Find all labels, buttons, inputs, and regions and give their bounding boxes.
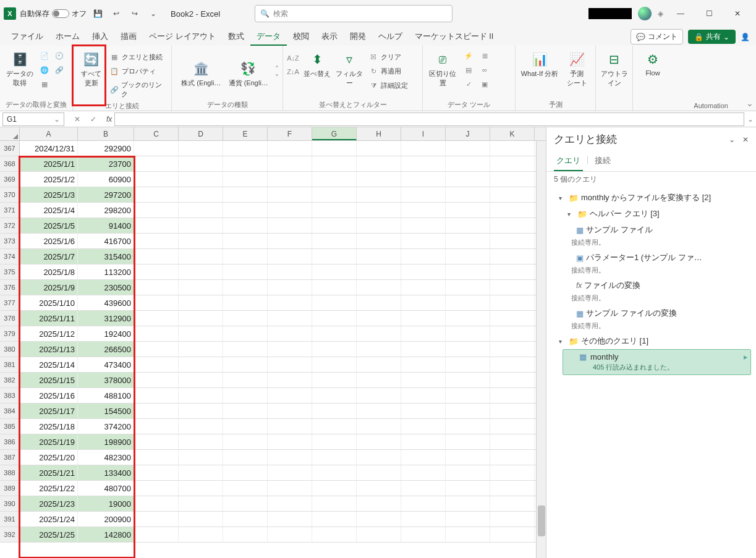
outline-button[interactable]: ⊟ アウトラ イン (600, 48, 629, 90)
account-icon[interactable]: 👤 (741, 33, 750, 41)
cell-date[interactable]: 2025/1/12 (20, 326, 78, 341)
datatype-up-icon[interactable]: ˄ (275, 65, 279, 74)
row-header[interactable]: 368 (0, 156, 20, 171)
properties-button[interactable]: 📋プロパティ (108, 65, 168, 77)
cell-empty[interactable] (446, 527, 490, 542)
row-header[interactable]: 372 (0, 218, 20, 233)
cell-empty[interactable] (268, 264, 312, 279)
row-header[interactable]: 374 (0, 249, 20, 264)
cell-empty[interactable] (401, 203, 446, 218)
formula-input[interactable] (114, 112, 744, 126)
cell-empty[interactable] (223, 156, 268, 171)
column-header-F[interactable]: F (268, 127, 312, 140)
cell-value[interactable]: 60900 (78, 172, 134, 187)
cell-date[interactable]: 2025/1/3 (20, 187, 78, 202)
row-header[interactable]: 381 (0, 357, 20, 372)
whatif-button[interactable]: 📊 What-If 分析 (519, 48, 560, 81)
cell-empty[interactable] (134, 342, 179, 357)
cell-empty[interactable] (268, 419, 312, 434)
cell-empty[interactable] (268, 527, 312, 542)
currency-datatype-button[interactable]: 💱 通貨 (Engli… (228, 57, 270, 90)
spreadsheet-grid[interactable]: ABCDEFGHIJK 3672024/12/312929003682025/1… (0, 127, 546, 558)
cell-empty[interactable] (223, 373, 268, 387)
cell-empty[interactable] (490, 357, 535, 372)
autosave-toggle[interactable]: 自動保存 オフ (20, 9, 87, 19)
cell-empty[interactable] (179, 450, 223, 465)
cell-empty[interactable] (357, 218, 401, 233)
cell-date[interactable]: 2025/1/19 (20, 434, 78, 449)
cell-empty[interactable] (179, 326, 223, 341)
cell-empty[interactable] (268, 373, 312, 387)
cell-value[interactable]: 23700 (78, 156, 134, 171)
cell-empty[interactable] (490, 295, 535, 310)
cell-value[interactable]: 473400 (78, 357, 134, 372)
cell-empty[interactable] (401, 419, 446, 434)
cell-empty[interactable] (223, 295, 268, 310)
cell-date[interactable]: 2025/1/20 (20, 450, 78, 465)
tree-sample-file[interactable]: ▦ サンプル ファイル (551, 222, 751, 238)
cell-empty[interactable] (357, 527, 401, 542)
cell-value[interactable]: 198900 (78, 434, 134, 449)
cell-empty[interactable] (134, 295, 179, 310)
row-header[interactable]: 377 (0, 295, 20, 310)
cell-empty[interactable] (134, 512, 179, 526)
cell-empty[interactable] (357, 512, 401, 526)
cell-empty[interactable] (268, 311, 312, 326)
row-header[interactable]: 391 (0, 512, 20, 526)
row-header[interactable]: 390 (0, 496, 20, 511)
table-row[interactable]: 3782025/1/11312900 (0, 311, 546, 326)
cell-empty[interactable] (446, 388, 490, 403)
cell-date[interactable]: 2025/1/23 (20, 496, 78, 511)
cell-empty[interactable] (490, 419, 535, 434)
cell-date[interactable]: 2025/1/25 (20, 527, 78, 542)
cell-empty[interactable] (179, 373, 223, 387)
cell-empty[interactable] (446, 450, 490, 465)
cell-empty[interactable] (312, 280, 357, 295)
cell-empty[interactable] (223, 450, 268, 465)
cell-value[interactable]: 266500 (78, 342, 134, 357)
cell-empty[interactable] (268, 172, 312, 187)
cell-value[interactable]: 439600 (78, 295, 134, 310)
table-row[interactable]: 3672024/12/31292900 (0, 141, 546, 156)
share-button[interactable]: 🔒 共有 ⌄ (688, 30, 736, 44)
cell-empty[interactable] (357, 419, 401, 434)
cell-empty[interactable] (401, 496, 446, 511)
cell-empty[interactable] (223, 326, 268, 341)
cell-empty[interactable] (179, 342, 223, 357)
cell-empty[interactable] (357, 203, 401, 218)
cell-empty[interactable] (401, 527, 446, 542)
stocks-datatype-button[interactable]: 🏛️ 株式 (Engli… (181, 57, 222, 90)
cell-empty[interactable] (179, 434, 223, 449)
cell-empty[interactable] (446, 172, 490, 187)
cell-value[interactable]: 292900 (78, 141, 134, 156)
row-header[interactable]: 392 (0, 527, 20, 542)
cell-empty[interactable] (223, 419, 268, 434)
cell-empty[interactable] (312, 249, 357, 264)
cell-date[interactable]: 2025/1/5 (20, 218, 78, 233)
table-row[interactable]: 3792025/1/12192400 (0, 326, 546, 342)
cell-value[interactable]: 480700 (78, 481, 134, 496)
row-header[interactable]: 389 (0, 481, 20, 496)
cell-empty[interactable] (446, 373, 490, 387)
maximize-button[interactable]: ☐ (698, 5, 720, 22)
cell-empty[interactable] (446, 311, 490, 326)
cell-date[interactable]: 2025/1/8 (20, 264, 78, 279)
cell-empty[interactable] (223, 527, 268, 542)
datatype-down-icon[interactable]: ˅ (275, 74, 279, 82)
column-header-D[interactable]: D (179, 127, 223, 140)
cell-empty[interactable] (312, 156, 357, 171)
cell-value[interactable]: 312900 (78, 311, 134, 326)
cell-empty[interactable] (357, 295, 401, 310)
cell-empty[interactable] (268, 404, 312, 418)
relationships-button[interactable]: ∞ (478, 64, 491, 76)
cell-empty[interactable] (179, 280, 223, 295)
cell-empty[interactable] (446, 187, 490, 202)
queries-connections-button[interactable]: ▦クエリと接続 (108, 51, 168, 63)
cell-empty[interactable] (134, 280, 179, 295)
close-button[interactable]: ✕ (726, 5, 749, 22)
cell-empty[interactable] (446, 512, 490, 526)
cell-empty[interactable] (179, 527, 223, 542)
cell-empty[interactable] (401, 264, 446, 279)
table-row[interactable]: 3802025/1/13266500 (0, 342, 546, 357)
tree-other-queries[interactable]: ▾ 📁 その他のクエリ [1] (551, 333, 751, 349)
